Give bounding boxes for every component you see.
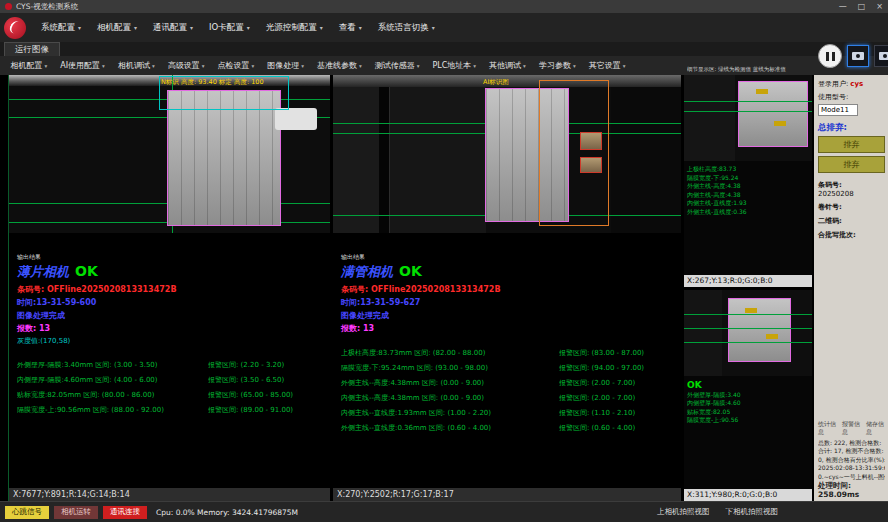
measurement-warn: 报警区间: (83.00 - 87.00) (559, 346, 677, 361)
stats-line: 总数: 222, 检测合格数: (818, 439, 885, 448)
preview-legend: 细节显示区: 绿线为检测值 蓝线为标准值 (687, 66, 813, 73)
tool-baseline-params[interactable]: 基准线参数 (310, 60, 368, 71)
connector-part (275, 108, 317, 130)
preview-bottom-image[interactable] (684, 290, 812, 376)
camera-view-1-button[interactable] (847, 45, 869, 67)
output-label: 输出结果 (17, 253, 326, 262)
result-status: OK (75, 263, 98, 279)
barcode-text: 条码号: OFFline2025020813313472B (17, 284, 326, 295)
menu-item-camera-config[interactable]: 相机配置 (89, 13, 145, 42)
measurement-label: 外侧主线--高度:4.38mm 区间: (0.00 - 9.00) (341, 376, 559, 391)
tool-camera-debug[interactable]: 相机调试 (111, 60, 161, 71)
tool-other-debug[interactable]: 其他调试 (483, 60, 533, 71)
bottom-camera-view-button[interactable]: 下相机拍照视图 (726, 507, 779, 517)
tool-advanced-settings[interactable]: 高级设置 (161, 60, 211, 71)
measurement-row: 外侧主线--直线度:0.36mm 区间: (0.60 - 4.00) 报警区间:… (341, 421, 677, 436)
stats-tab-storage[interactable]: 储存信息 (866, 420, 885, 437)
measurement-label: 外侧主线--直线度:0.36mm 区间: (0.60 - 4.00) (341, 421, 559, 436)
right-camera-panel: AI标识图 输出结果 满管相机 OK 条码号: OFFline202502081… (333, 75, 681, 501)
measurement-label: 内侧主线--高度:4.38mm 区间: (0.00 - 9.00) (341, 391, 559, 406)
barcode-value: 20250208 (818, 190, 885, 198)
measurement-label: 贴标宽度:82.05mm 区间: (80.00 - 86.00) (17, 388, 208, 403)
menu-item-io-config[interactable]: IO卡配置 (201, 13, 258, 42)
tool-spot-check[interactable]: 点检设置 (211, 60, 261, 71)
measurement-row: 上极柱高度:83.73mm 区间: (82.00 - 88.00) 报警区间: … (341, 346, 677, 361)
camera-view-2-button[interactable] (874, 45, 888, 67)
close-button[interactable]: × (876, 0, 883, 13)
preview-bottom-coords: X:311;Y:980;R:0;G:0;B:0 (684, 489, 812, 501)
measurement-warn: 报警区间: (2.20 - 3.20) (208, 358, 326, 373)
measurement-row: 贴标宽度:82.05mm 区间: (80.00 - 86.00) 报警区间: (… (17, 388, 326, 403)
camera-icon (852, 52, 864, 60)
yellow-marker (756, 89, 768, 94)
login-user-value: cys (850, 80, 863, 88)
model-input[interactable]: Mode11 (818, 104, 858, 116)
status-bar: 心跳信号 相机运转 通讯连接 Cpu: 0.0% Memory: 3424.41… (0, 501, 888, 522)
measurement-row: 隔膜宽度-下:95.24mm 区间: (93.00 - 98.00) 报警区间:… (341, 361, 677, 376)
main-area: N标识 高度: 93.40 标定 高度: 100 输出结果 薄片相机 OK 条码… (0, 75, 888, 501)
tool-plc-address[interactable]: PLC地址本 (426, 60, 483, 71)
machinery-band (684, 75, 735, 161)
process-text: 图像处理完成 (17, 310, 326, 321)
menu-item-language-switch[interactable]: 系统语言切换 (370, 13, 443, 42)
overlay-line (684, 342, 812, 343)
tool-image-process[interactable]: 图像处理 (261, 60, 311, 71)
tool-sensor-test[interactable]: 测试传感器 (368, 60, 426, 71)
measurement-warn: 报警区间: (94.00 - 97.00) (559, 361, 677, 376)
left-camera-image[interactable]: N标识 高度: 93.40 标定 高度: 100 (9, 75, 330, 233)
camera-title: 薄片相机 (17, 263, 69, 281)
menu-item-view[interactable]: 查看 (331, 13, 370, 42)
stats-line: 0, 检测合格百分比率(%): (818, 456, 885, 465)
preview-line: 内侧主线-直线度:1.93 (687, 199, 809, 208)
preview-column: 上极柱高度:83.73 隔膜宽度-下:95.24 外侧主线-高度:4.38 内侧… (684, 75, 812, 501)
menu-item-light-config[interactable]: 光源控制配置 (258, 13, 331, 42)
top-camera-view-button[interactable]: 上相机拍照视图 (657, 507, 710, 517)
preview-line: 隔膜宽度-下:95.24 (687, 174, 809, 183)
inspection-object (728, 298, 791, 362)
camera-icon (879, 52, 888, 60)
preview-top-image[interactable] (684, 75, 812, 161)
cpu-memory-readout: Cpu: 0.0% Memory: 3424.41796875M (156, 508, 298, 517)
tool-camera-config[interactable]: 相机配置 (4, 60, 54, 71)
reject-button-2[interactable]: 排弃 (818, 156, 885, 173)
preview-bottom-results: OK 外侧壁厚-隔膜:3.40 内侧壁厚-隔膜:4.60 贴标宽度:82.05 … (684, 376, 812, 490)
maximize-button[interactable]: □ (858, 0, 866, 13)
measurement-label: 外侧壁厚-隔膜:3.40mm 区间: (3.00 - 3.50) (17, 358, 208, 373)
camera-title: 满管相机 (341, 263, 393, 281)
height-overlay-text: N标识 高度: 93.40 标定 高度: 100 (161, 78, 264, 87)
measurement-label: 内侧壁厚-隔膜:4.60mm 区间: (4.00 - 6.00) (17, 373, 208, 388)
model-label: 使用型号: (818, 92, 848, 102)
count-text: 报数: 13 (341, 323, 677, 334)
barcode-text: 条码号: OFFline2025020813313472B (341, 284, 677, 295)
title-bar: CYS-视觉检测系统 — □ × (0, 0, 888, 13)
preview-line: 外侧主线-高度:4.38 (687, 182, 809, 191)
preview-top-results: 上极柱高度:83.73 隔膜宽度-下:95.24 外侧主线-高度:4.38 内侧… (684, 161, 812, 275)
minimize-button[interactable]: — (839, 0, 847, 13)
tool-misc-settings[interactable]: 其它设置 (582, 60, 632, 71)
preview-line: 内侧壁厚-隔膜:4.60 (687, 399, 809, 408)
stats-block: 统计信息 报警信息 储存信息 总数: 222, 检测合格数: 合计: 17, 检… (818, 420, 885, 500)
stats-line: 0.~cys~一号上料机--图像 (818, 473, 885, 482)
measurement-row: 内侧主线--直线度:1.93mm 区间: (1.00 - 2.20) 报警区间:… (341, 406, 677, 421)
tool-learning-params[interactable]: 学习参数 (532, 60, 582, 71)
right-camera-image[interactable]: AI标识图 (333, 75, 681, 233)
yellow-marker (774, 121, 786, 126)
machinery-band (379, 87, 389, 233)
yellow-marker (766, 334, 778, 339)
ai-overlay-text: AI标识图 (483, 78, 509, 87)
app-logo-icon (4, 17, 26, 39)
stats-tab-alarm[interactable]: 报警信息 (842, 420, 861, 437)
overlay-line (684, 101, 812, 102)
tool-ai-config[interactable]: AI使用配置 (54, 60, 112, 71)
login-user-label: 登录用户: (818, 79, 848, 89)
menu-item-system-config[interactable]: 系统配置 (33, 13, 89, 42)
tab-run-image[interactable]: 运行图像 (4, 42, 60, 56)
stats-tab-statistics[interactable]: 统计信息 (818, 420, 837, 437)
comm-status-badge: 通讯连接 (103, 506, 147, 519)
reject-button-1[interactable]: 排弃 (818, 136, 885, 153)
count-text: 报数: 13 (17, 323, 326, 334)
menu-item-comm-config[interactable]: 通讯配置 (145, 13, 201, 42)
pause-button[interactable] (818, 44, 842, 68)
result-status: OK (399, 263, 422, 279)
preview-top: 上极柱高度:83.73 隔膜宽度-下:95.24 外侧主线-高度:4.38 内侧… (684, 75, 812, 287)
